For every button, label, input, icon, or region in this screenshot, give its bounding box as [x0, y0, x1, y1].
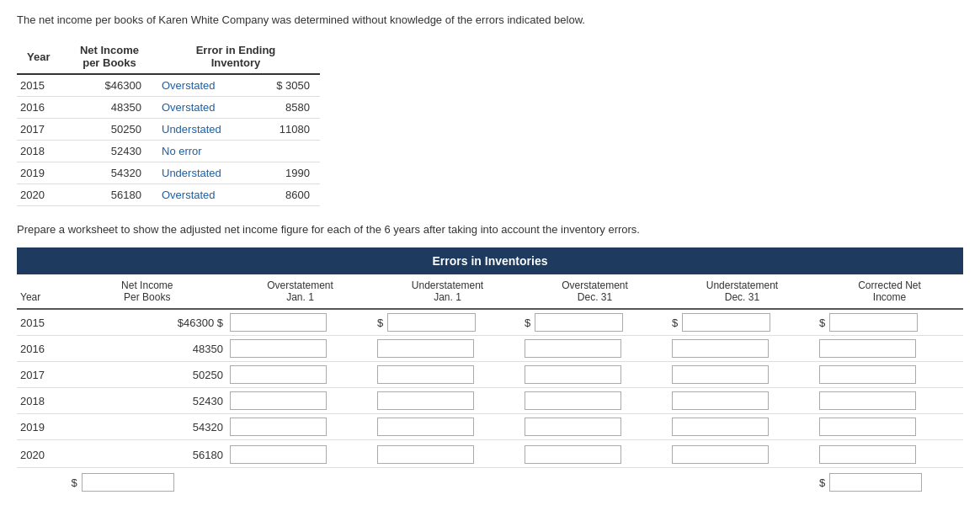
footer-net-income-input[interactable]	[82, 473, 174, 492]
ws-col-overstatement-dec-header: Overstatement Dec. 31	[521, 274, 668, 309]
ws-footer-row: $ $	[17, 468, 963, 496]
ws-corrected-cell	[816, 388, 963, 414]
upper-error-amount-cell: $ 3050	[253, 74, 320, 97]
col-net-income-header: Net Income per Books	[67, 40, 152, 74]
ws-table-row: 2015 $46300 $ $ $ $ $	[17, 309, 963, 336]
overstatement-dec-input[interactable]	[525, 391, 621, 410]
corrected-income-input[interactable]	[819, 391, 916, 410]
ws-understatement-dec-cell: $	[668, 309, 816, 336]
ws-col-overstatement-jan-header: Overstatement Jan. 1	[226, 274, 374, 309]
overstatement-jan-input[interactable]	[230, 365, 327, 384]
ws-net-income-cell: 56180	[68, 440, 226, 468]
understatement-dec-input[interactable]	[672, 391, 769, 410]
upper-error-type-cell: Understated	[152, 119, 253, 141]
ws-overstatement-dec-cell	[521, 414, 668, 440]
corrected-income-input[interactable]	[819, 339, 916, 358]
upper-net-income-cell: 52430	[67, 141, 152, 162]
understatement-jan-input[interactable]	[377, 339, 474, 358]
ws-overstatement-jan-cell	[226, 336, 374, 362]
ws-net-income-cell: $46300 $	[68, 309, 226, 336]
overstatement-jan-input[interactable]	[230, 445, 327, 464]
upper-net-income-cell: $46300	[67, 74, 152, 97]
intro-text: The net income per books of Karen White …	[17, 13, 963, 26]
ws-understatement-dec-cell	[668, 336, 816, 362]
ws-year-cell: 2019	[17, 414, 68, 440]
upper-net-income-cell: 56180	[67, 184, 152, 206]
ws-overstatement-dec-cell	[521, 440, 668, 468]
col-year-header: Year	[17, 40, 67, 74]
ws-year-cell: 2016	[17, 336, 68, 362]
upper-reference-table: Year Net Income per Books Error in Endin…	[17, 40, 320, 206]
ws-col-corrected-header: Corrected Net Income	[816, 274, 963, 309]
upper-error-type-cell: Understated	[152, 162, 253, 184]
upper-year-cell: 2015	[17, 74, 67, 97]
ws-understatement-dec-cell	[668, 440, 816, 468]
upper-year-cell: 2019	[17, 162, 67, 184]
upper-error-amount-cell	[253, 141, 320, 162]
corrected-income-input[interactable]	[819, 445, 916, 464]
upper-net-income-cell: 50250	[67, 119, 152, 141]
prepare-text: Prepare a worksheet to show the adjusted…	[17, 223, 963, 236]
ws-col-understatement-dec-header: Understatement Dec. 31	[668, 274, 816, 309]
understatement-dec-input[interactable]	[682, 313, 770, 332]
overstatement-jan-input[interactable]	[230, 418, 327, 436]
upper-net-income-cell: 48350	[67, 97, 152, 119]
worksheet-table: Year Net Income Per Books Overstatement …	[17, 274, 963, 495]
ws-understatement-jan-cell	[374, 388, 521, 414]
ws-overstatement-jan-cell	[226, 362, 374, 388]
ws-table-row: 2016 48350	[17, 336, 963, 362]
understatement-jan-input[interactable]	[387, 313, 476, 332]
understatement-dec-input[interactable]	[672, 339, 769, 358]
upper-table-row: 2020 56180 Overstated 8600	[17, 184, 320, 206]
ws-overstatement-jan-cell	[226, 388, 374, 414]
upper-error-amount-cell: 1990	[253, 162, 320, 184]
understatement-jan-input[interactable]	[377, 445, 474, 464]
ws-table-row: 2017 50250	[17, 362, 963, 388]
overstatement-jan-input[interactable]	[230, 391, 327, 410]
ws-understatement-jan-cell	[374, 414, 521, 440]
col-error-header: Error in Ending Inventory	[152, 40, 320, 74]
upper-error-type-cell: Overstated	[152, 74, 253, 97]
upper-year-cell: 2018	[17, 141, 67, 162]
ws-year-cell: 2018	[17, 388, 68, 414]
upper-year-cell: 2016	[17, 97, 67, 119]
understatement-dec-input[interactable]	[672, 365, 769, 384]
ws-col-year-header: Year	[17, 274, 68, 309]
ws-corrected-cell	[816, 362, 963, 388]
ws-understatement-jan-cell	[374, 362, 521, 388]
ws-net-income-cell: 50250	[68, 362, 226, 388]
ws-overstatement-jan-cell	[226, 414, 374, 440]
understatement-dec-input[interactable]	[672, 445, 769, 464]
overstatement-jan-input[interactable]	[230, 313, 327, 332]
overstatement-dec-input[interactable]	[525, 365, 621, 384]
understatement-jan-input[interactable]	[377, 418, 474, 436]
upper-table-row: 2017 50250 Understated 11080	[17, 119, 320, 141]
ws-year-cell: 2020	[17, 440, 68, 468]
overstatement-dec-input[interactable]	[535, 313, 623, 332]
ws-overstatement-dec-cell: $	[521, 309, 668, 336]
ws-table-row: 2018 52430	[17, 388, 963, 414]
upper-error-amount-cell: 8600	[253, 184, 320, 206]
ws-corrected-cell: $	[816, 309, 963, 336]
ws-understatement-jan-cell	[374, 336, 521, 362]
ws-table-row: 2019 54320	[17, 414, 963, 440]
ws-understatement-jan-cell	[374, 440, 521, 468]
corrected-income-input[interactable]	[819, 365, 916, 384]
overstatement-dec-input[interactable]	[525, 339, 621, 358]
upper-net-income-cell: 54320	[67, 162, 152, 184]
overstatement-dec-input[interactable]	[525, 418, 621, 436]
overstatement-jan-input[interactable]	[230, 339, 327, 358]
corrected-income-input[interactable]	[819, 418, 916, 436]
understatement-jan-input[interactable]	[377, 365, 474, 384]
corrected-income-input[interactable]	[829, 313, 918, 332]
footer-corrected-input[interactable]	[829, 473, 922, 492]
footer-dollar-left: $	[72, 476, 80, 489]
overstatement-dec-input[interactable]	[525, 445, 621, 464]
ws-net-income-cell: 52430	[68, 388, 226, 414]
upper-table-row: 2016 48350 Overstated 8580	[17, 97, 320, 119]
ws-col-understatement-jan-header: Understatement Jan. 1	[374, 274, 521, 309]
worksheet-header: Errors in Inventories	[17, 247, 963, 274]
understatement-dec-input[interactable]	[672, 418, 769, 436]
upper-error-type-cell: No error	[152, 141, 253, 162]
understatement-jan-input[interactable]	[377, 391, 474, 410]
